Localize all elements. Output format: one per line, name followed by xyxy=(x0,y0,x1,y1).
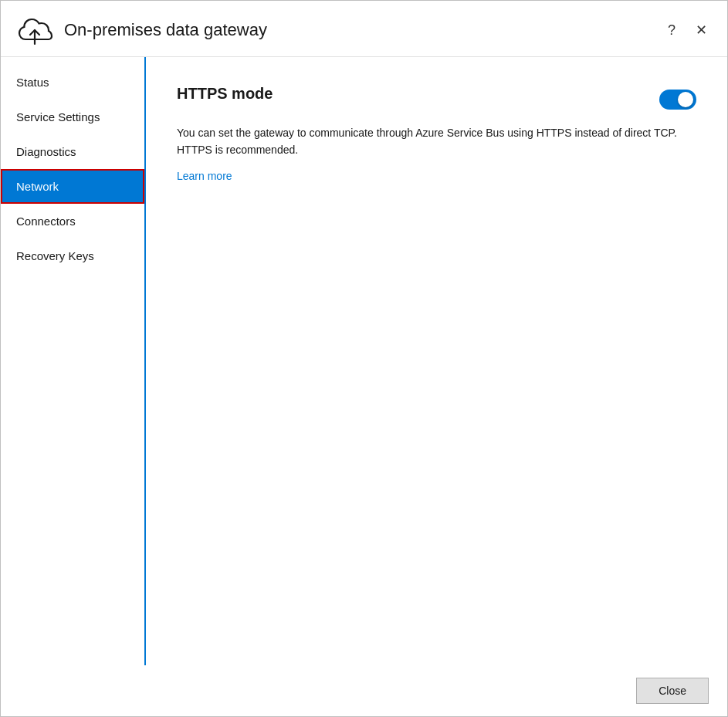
sidebar-item-status[interactable]: Status xyxy=(1,65,144,100)
sidebar-item-connectors[interactable]: Connectors xyxy=(1,204,144,238)
window-close-button[interactable]: ✕ xyxy=(691,22,712,39)
title-controls: ? ✕ xyxy=(663,22,712,39)
title-left: On-premises data gateway xyxy=(16,15,267,46)
sidebar-item-recovery-keys[interactable]: Recovery Keys xyxy=(1,238,144,273)
help-button[interactable]: ? xyxy=(663,22,680,39)
sidebar-item-service-settings[interactable]: Service Settings xyxy=(1,100,144,134)
title-bar: On-premises data gateway ? ✕ xyxy=(1,1,727,56)
close-button[interactable]: Close xyxy=(636,678,709,704)
main-panel: HTTPS mode You can set the gateway to co… xyxy=(146,57,727,665)
learn-more-link[interactable]: Learn more xyxy=(177,170,696,182)
sidebar-item-diagnostics[interactable]: Diagnostics xyxy=(1,134,144,169)
bottom-bar: Close xyxy=(1,665,727,716)
sidebar-item-network[interactable]: Network xyxy=(1,169,144,204)
section-description: You can set the gateway to communicate t… xyxy=(177,124,696,159)
https-mode-row: HTTPS mode xyxy=(177,85,696,113)
sidebar: Status Service Settings Diagnostics Netw… xyxy=(1,57,146,665)
https-mode-toggle[interactable] xyxy=(659,90,696,110)
cloud-upload-icon xyxy=(16,15,53,46)
app-window: On-premises data gateway ? ✕ Status Serv… xyxy=(0,0,728,717)
section-title: HTTPS mode xyxy=(177,85,273,103)
app-title: On-premises data gateway xyxy=(64,20,267,40)
content-area: Status Service Settings Diagnostics Netw… xyxy=(1,57,727,665)
